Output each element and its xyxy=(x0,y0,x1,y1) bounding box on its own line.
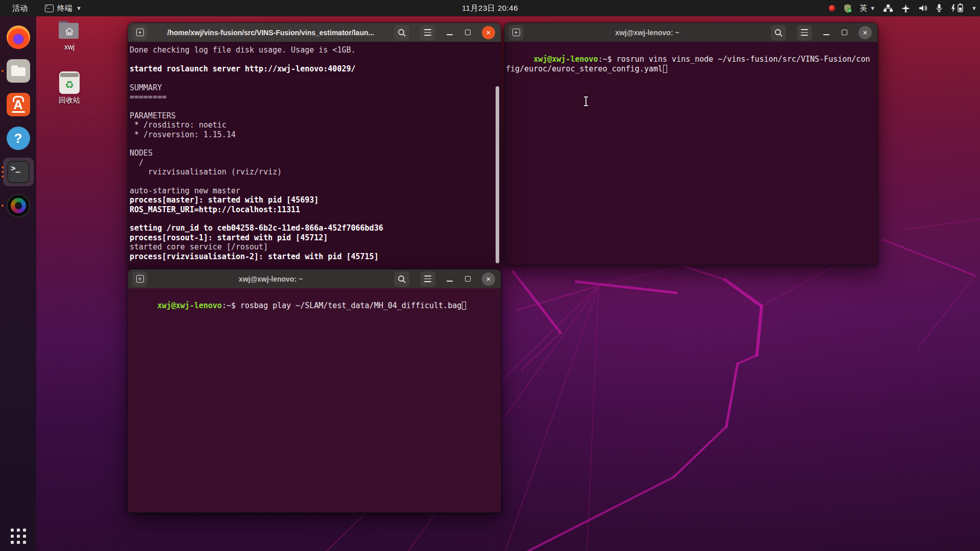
activities-button[interactable]: 活动 xyxy=(9,3,31,14)
terminal-window-roslaunch[interactable]: + /home/xwj/vins-fusion/src/VINS-Fusion/… xyxy=(128,22,501,269)
terminal-content[interactable]: Done checking log file disk usage. Usage… xyxy=(128,42,501,268)
menu-button[interactable] xyxy=(420,271,435,287)
firefox-icon xyxy=(7,26,30,49)
terminal-output-line: process[rosout-1]: started with pid [457… xyxy=(130,233,498,242)
close-button[interactable]: × xyxy=(859,26,872,39)
desktop-icon-home-folder[interactable]: xwj xyxy=(51,19,88,51)
maximize-button[interactable] xyxy=(841,30,848,35)
terminal-icon: >_ xyxy=(7,161,30,183)
running-indicator xyxy=(2,70,4,72)
terminal-window-rosrun[interactable]: + xwj@xwj-lenovo: ~ × xwj@xwj-lenovo:~$ … xyxy=(504,22,878,265)
terminal-content[interactable]: xwj@xwj-lenovo:~$ rosbag play ~/SLAM/tes… xyxy=(128,288,501,512)
dock-item-camera[interactable] xyxy=(3,191,34,220)
dock-item-terminal[interactable]: >_ xyxy=(3,158,34,186)
terminal-output-line xyxy=(130,177,498,186)
titlebar[interactable]: + xwj@xwj-lenovo: ~ × xyxy=(504,23,877,42)
desktop-icon-trash[interactable]: ♻ 回收站 xyxy=(51,71,88,105)
terminal-output-line: / xyxy=(130,158,498,167)
chevron-down-icon: ▼ xyxy=(870,5,875,11)
search-button[interactable] xyxy=(394,25,409,40)
terminal-output-line: ROS_MASTER_URI=http://localhost:11311 xyxy=(130,205,498,214)
trash-icon: ♻ xyxy=(59,71,80,94)
terminal-output-line xyxy=(130,214,498,223)
terminal-output-line xyxy=(130,73,498,83)
wired-network-icon[interactable] xyxy=(883,4,893,13)
window-title: xwj@xwj-lenovo: ~ xyxy=(528,29,767,37)
terminal-output-line: NODES xyxy=(130,148,498,158)
terminal-output-line: SUMMARY xyxy=(130,83,498,92)
terminal-output-line xyxy=(130,55,498,64)
terminal-output-line: PARAMETERS xyxy=(130,111,498,120)
titlebar[interactable]: + /home/xwj/vins-fusion/src/VINS-Fusion/… xyxy=(128,23,501,42)
search-icon xyxy=(774,29,782,37)
menu-button[interactable] xyxy=(797,25,812,40)
dock: A ? >_ xyxy=(0,16,36,551)
desktop-icon-label: 回收站 xyxy=(59,96,80,105)
window-title: /home/xwj/vins-fusion/src/VINS-Fusion/vi… xyxy=(152,29,390,37)
show-applications-button[interactable] xyxy=(11,529,26,544)
command-text: rosbag play ~/SLAM/test_data/MH_04_diffi… xyxy=(240,301,461,310)
input-method-indicator[interactable]: 英 ▼ xyxy=(860,4,875,13)
terminal-window-rosbag[interactable]: + xwj@xwj-lenovo: ~ × xwj@xwj-lenovo:~$ … xyxy=(128,269,501,513)
search-icon xyxy=(398,275,406,283)
volume-icon[interactable] xyxy=(918,4,928,12)
titlebar[interactable]: + xwj@xwj-lenovo: ~ × xyxy=(128,269,501,288)
new-tab-button[interactable]: + xyxy=(132,25,148,40)
maximize-button[interactable] xyxy=(464,276,471,282)
close-button[interactable]: × xyxy=(482,26,495,39)
camera-icon xyxy=(7,194,30,217)
prompt-colon: : xyxy=(222,301,227,310)
help-icon: ? xyxy=(7,127,30,150)
prompt-user: xwj@xwj-lenovo xyxy=(157,301,222,310)
dock-item-ubuntu-software[interactable]: A xyxy=(3,90,34,119)
dock-item-firefox[interactable] xyxy=(3,23,34,52)
maximize-button[interactable] xyxy=(464,30,471,35)
close-button[interactable]: × xyxy=(482,272,495,286)
prompt-user: xwj@xwj-lenovo xyxy=(533,55,598,64)
files-icon xyxy=(7,59,30,83)
terminal-output-line: setting /run_id to ceb04258-6b2c-11ed-86… xyxy=(130,223,498,233)
hamburger-icon xyxy=(424,276,431,282)
battery-charging-icon[interactable] xyxy=(950,4,964,13)
dock-item-help[interactable]: ? xyxy=(3,124,34,153)
system-menu-caret-icon[interactable]: ▼ xyxy=(971,5,977,11)
terminal-icon xyxy=(45,5,54,12)
ubuntu-software-icon: A xyxy=(7,93,30,116)
app-menu-terminal[interactable]: 终端 ▼ xyxy=(45,4,82,13)
terminal-output-line: process[rvizvisualisation-2]: started wi… xyxy=(130,252,498,261)
running-indicator xyxy=(2,205,4,207)
microphone-icon[interactable] xyxy=(936,4,942,13)
terminal-output-line xyxy=(130,102,498,111)
search-button[interactable] xyxy=(394,271,409,287)
scrollbar-thumb[interactable] xyxy=(496,86,499,263)
clock[interactable]: 11月23日 20:46 xyxy=(462,4,518,13)
minimize-button[interactable] xyxy=(446,277,453,282)
new-tab-button[interactable]: + xyxy=(132,271,148,287)
shield-check-icon[interactable] xyxy=(843,4,852,13)
terminal-output-line: auto-starting new master xyxy=(130,186,498,195)
airplane-mode-icon[interactable] xyxy=(901,4,911,13)
new-tab-button[interactable]: + xyxy=(508,25,524,40)
input-method-label: 英 xyxy=(860,4,867,13)
prompt-dollar: $ xyxy=(231,301,240,310)
desktop-icon-label: xwj xyxy=(64,43,75,51)
minimize-button[interactable] xyxy=(823,30,830,35)
hamburger-icon xyxy=(424,29,431,35)
terminal-cursor xyxy=(462,302,466,310)
chevron-down-icon: ▼ xyxy=(76,5,82,11)
terminal-output-line: started core service [/rosout] xyxy=(130,242,498,252)
prompt-path: ~ xyxy=(227,301,231,310)
terminal-output-line: * /rosdistro: noetic xyxy=(130,120,498,130)
terminal-output-line: rvizvisualisation (rviz/rviz) xyxy=(130,167,498,177)
menu-button[interactable] xyxy=(420,25,435,40)
home-folder-icon xyxy=(57,19,82,41)
terminal-output-line: ======== xyxy=(130,92,498,102)
terminal-content[interactable]: xwj@xwj-lenovo:~$ rosrun vins vins_node … xyxy=(504,42,877,265)
prompt-dollar: $ xyxy=(607,55,617,64)
terminal-output-line xyxy=(130,139,498,148)
mouse-cursor-ibeam xyxy=(583,96,589,106)
minimize-button[interactable] xyxy=(446,30,453,35)
search-button[interactable] xyxy=(771,25,786,40)
dock-item-files[interactable] xyxy=(3,57,34,85)
recording-indicator-icon[interactable] xyxy=(828,5,836,12)
